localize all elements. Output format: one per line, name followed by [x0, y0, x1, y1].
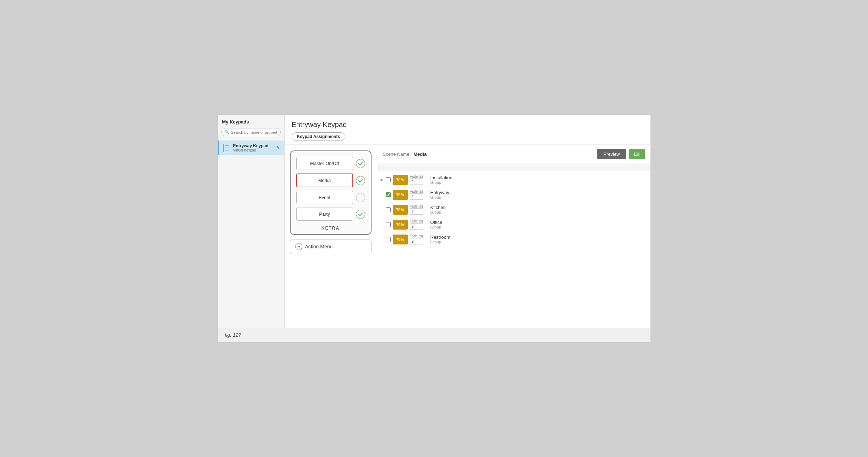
- check-circle-media: [356, 176, 365, 185]
- checkbox-restroom[interactable]: [386, 237, 391, 242]
- check-circle-party: [356, 210, 365, 219]
- scene-row-installation: ◀ 70% Fade (s) Installation Group: [377, 172, 650, 187]
- panel-body: Master On/Off Media: [285, 145, 650, 328]
- keypad-btn-row-1: Master On/Off: [296, 157, 365, 170]
- fade-input-kitchen[interactable]: [410, 208, 423, 215]
- keypad-button-master[interactable]: Master On/Off: [296, 157, 353, 170]
- color-swatch-kitchen: 70%: [393, 205, 408, 215]
- row-type-kitchen: Group: [430, 210, 446, 214]
- scene-table-header: [377, 164, 650, 171]
- fade-label-office: Fade (s): [410, 219, 423, 223]
- main-panel: Entryway Keypad Keypad Assignments Maste…: [285, 115, 650, 328]
- keypad-visual-section: Master On/Off Media: [285, 145, 377, 328]
- checkbox-kitchen[interactable]: [386, 207, 391, 212]
- row-type-restroom: Group: [430, 240, 450, 244]
- checkbox-installation[interactable]: [386, 177, 391, 182]
- checkbox-office[interactable]: [386, 222, 391, 227]
- keypad-brand: KETRA: [322, 226, 340, 231]
- fade-col-kitchen: Fade (s): [410, 204, 428, 215]
- fade-input-office[interactable]: [410, 223, 423, 230]
- keypad-item-name: Entryway Keypad: [233, 143, 273, 148]
- search-input[interactable]: [231, 130, 278, 134]
- color-swatch-entryway: 70%: [393, 190, 408, 200]
- check-circle-master: [356, 159, 365, 168]
- keypad-btn-row-4: Party: [296, 208, 365, 221]
- chevron-down-icon: [295, 243, 302, 250]
- row-info-installation: Installation Group: [430, 175, 452, 185]
- keypad-list-item[interactable]: Entryway Keypad Virtual Keypad ✎: [218, 141, 284, 155]
- row-name-office: Office: [430, 220, 443, 225]
- fade-col-office: Fade (s): [410, 219, 428, 230]
- fade-input-entryway[interactable]: [410, 193, 423, 200]
- fade-col-entryway: Fade (s): [410, 189, 428, 200]
- search-box[interactable]: 🔍: [221, 128, 281, 136]
- keypad-button-media[interactable]: Media: [296, 174, 353, 187]
- main-header: Entryway Keypad Keypad Assignments: [285, 115, 650, 145]
- scene-rows: ◀ 70% Fade (s) Installation Group: [377, 171, 650, 328]
- search-icon: 🔍: [225, 130, 230, 134]
- row-name-restroom: Restroom: [430, 235, 450, 240]
- row-info-kitchen: Kitchen Group: [430, 205, 446, 214]
- keypad-button-event[interactable]: Event: [296, 191, 353, 204]
- fade-input-restroom[interactable]: [410, 238, 423, 244]
- scene-row-office: 70% Fade (s) Office Group: [377, 217, 650, 232]
- checkbox-entryway[interactable]: [386, 192, 391, 197]
- edit-button[interactable]: Ed: [629, 149, 645, 159]
- row-type-entryway: Group: [430, 195, 449, 199]
- tab-keypad-assignments[interactable]: Keypad Assignments: [292, 132, 346, 141]
- page-title: Entryway Keypad: [292, 121, 643, 129]
- keypad-info: Entryway Keypad Virtual Keypad: [233, 143, 273, 152]
- figure-caption: fig. 127: [218, 328, 650, 342]
- scene-row-restroom: 70% Fade (s) Restroom Group: [377, 232, 650, 247]
- sidebar-title: My Keypads: [218, 119, 284, 128]
- row-name-entryway: Entryway: [430, 190, 449, 195]
- check-circle-event: [356, 193, 365, 202]
- action-menu-label: Action Menu: [305, 244, 333, 249]
- fade-label-entryway: Fade (s): [410, 189, 423, 193]
- row-type-installation: Group: [430, 180, 452, 185]
- scene-row-kitchen: 70% Fade (s) Kitchen Group: [377, 202, 650, 217]
- row-info-entryway: Entryway Group: [430, 190, 449, 199]
- scene-row-entryway: 70% Fade (s) Entryway Group: [377, 187, 650, 202]
- fade-col-restroom: Fade (s): [410, 234, 428, 244]
- keypad-button-party[interactable]: Party: [296, 208, 353, 221]
- color-swatch-installation: 70%: [393, 175, 408, 185]
- row-info-office: Office Group: [430, 220, 443, 229]
- fade-input-installation[interactable]: [410, 178, 423, 185]
- fade-label-installation: Fade (s): [410, 175, 423, 178]
- row-name-kitchen: Kitchen: [430, 205, 446, 210]
- keypad-device-icon: [223, 144, 230, 152]
- fade-label-restroom: Fade (s): [410, 234, 423, 238]
- row-type-office: Group: [430, 225, 443, 229]
- preview-button[interactable]: Preview: [597, 149, 626, 159]
- collapse-arrow-installation[interactable]: ◀: [379, 177, 384, 182]
- keypad-device: Master On/Off Media: [290, 150, 372, 235]
- scene-header: Scene Name: Media Preview Ed: [377, 145, 650, 164]
- scene-name-value: Media: [413, 152, 427, 157]
- keypad-item-sub: Virtual Keypad: [233, 148, 273, 152]
- row-info-restroom: Restroom Group: [430, 235, 450, 244]
- fade-col-installation: Fade (s): [410, 175, 428, 185]
- color-swatch-restroom: 70%: [393, 235, 408, 244]
- color-swatch-office: 70%: [393, 220, 408, 230]
- sidebar: My Keypads 🔍 Entryway Keypad Virtual Key…: [218, 115, 285, 328]
- action-menu-section[interactable]: Action Menu: [290, 239, 372, 254]
- keypad-btn-row-3: Event: [296, 191, 365, 204]
- fade-label-kitchen: Fade (s): [410, 204, 423, 208]
- row-name-installation: Installation: [430, 175, 452, 180]
- keypad-btn-row-2: Media: [296, 174, 365, 187]
- tab-bar: Keypad Assignments: [292, 132, 643, 141]
- edit-keypad-icon[interactable]: ✎: [276, 145, 280, 150]
- scene-name-label: Scene Name:: [383, 152, 411, 157]
- scene-panel: Scene Name: Media Preview Ed ◀ 70%: [377, 145, 650, 328]
